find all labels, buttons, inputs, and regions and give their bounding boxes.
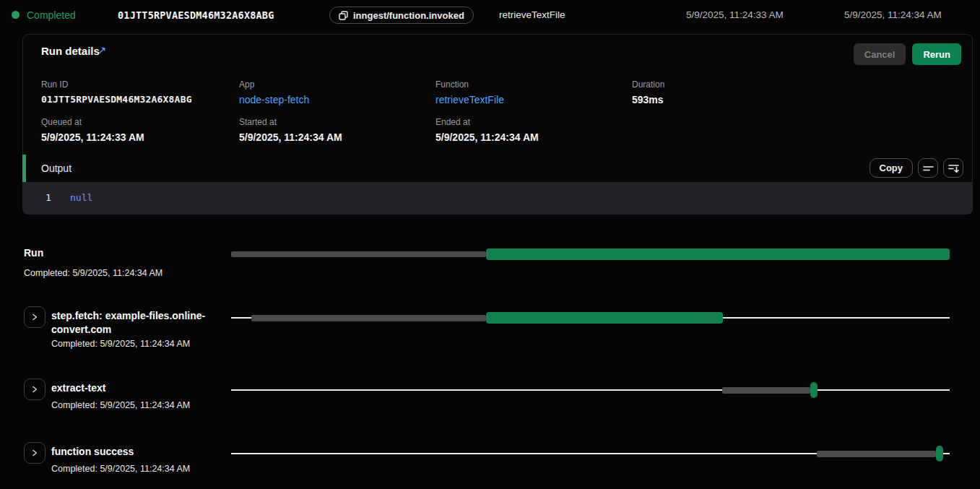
run-segment[interactable] <box>810 382 818 398</box>
expand-step-button[interactable] <box>24 378 45 400</box>
run-summary-bar: Completed 01JTT5RPVAESDM46M32A6X8ABG inn… <box>0 0 980 30</box>
output-actions: Copy <box>870 158 964 178</box>
field-label: Duration <box>632 79 821 90</box>
function-link[interactable]: retrieveTextFile <box>435 94 625 105</box>
field-queued-at: Queued at 5/9/2025, 11:24:33 AM <box>41 117 230 143</box>
timeline-row-text: extract-text Completed: 5/9/2025, 11:24:… <box>51 381 217 410</box>
rerun-button[interactable]: Rerun <box>912 43 961 65</box>
wrap-lines-icon <box>923 163 934 173</box>
copy-output-button[interactable]: Copy <box>870 158 914 178</box>
copy-icon <box>339 11 348 20</box>
field-value: 593ms <box>632 94 821 105</box>
output-accent-bar <box>22 155 26 182</box>
code-line-content: null <box>70 192 92 203</box>
panel-actions: Cancel Rerun <box>854 43 961 65</box>
queue-segment[interactable] <box>817 451 936 457</box>
queue-segment[interactable] <box>231 251 486 257</box>
field-duration: Duration 593ms <box>632 79 821 105</box>
field-value: 5/9/2025, 11:24:33 AM <box>41 131 230 143</box>
run-segment[interactable] <box>936 446 943 462</box>
timeline-track <box>231 378 950 402</box>
run-id: 01JTT5RPVAESDM46M32A6X8ABG <box>118 9 274 21</box>
expand-step-button[interactable] <box>24 306 45 328</box>
field-value: 5/9/2025, 11:24:34 AM <box>239 131 428 143</box>
timeline-row-label: step.fetch: example-files.online-convert… <box>51 309 217 337</box>
scroll-to-bottom-icon <box>948 163 959 173</box>
timeline-track <box>231 306 950 329</box>
chevron-right-icon <box>30 449 39 457</box>
timeline-row-step-fetch: step.fetch: example-files.online-convert… <box>0 306 980 364</box>
chevron-right-icon <box>30 313 39 321</box>
timeline-row-completed: Completed: 5/9/2025, 11:24:34 AM <box>24 268 226 278</box>
timeline-row-label: extract-text <box>51 381 217 395</box>
field-label: Started at <box>239 117 428 127</box>
output-code-block: 1 null <box>22 182 973 215</box>
run-segment[interactable] <box>486 248 950 260</box>
field-label: Ended at <box>435 117 625 127</box>
queue-segment[interactable] <box>251 315 486 321</box>
timeline-row-completed: Completed: 5/9/2025, 11:24:34 AM <box>51 400 217 410</box>
status-dot <box>12 11 19 19</box>
timeline-track <box>231 243 950 266</box>
output-section: Output Copy <box>23 155 972 214</box>
scroll-to-bottom-button[interactable] <box>943 158 963 178</box>
timeline-row-label: Run <box>24 246 226 260</box>
run-status: Completed <box>27 9 76 21</box>
run-details-panel: Run details ↗ Cancel Rerun Run ID 01JTT5… <box>22 34 973 214</box>
timeline-row-text: Run Completed: 5/9/2025, 11:24:34 AM <box>24 246 226 278</box>
timeline-row-function-success: function success Completed: 5/9/2025, 11… <box>0 442 980 489</box>
field-label: App <box>239 79 428 90</box>
queued-at-time: 5/9/2025, 11:24:33 AM <box>686 9 784 20</box>
wrap-lines-button[interactable] <box>918 158 938 178</box>
cancel-button[interactable]: Cancel <box>854 43 906 65</box>
field-started-at: Started at 5/9/2025, 11:24:34 AM <box>239 117 428 143</box>
timeline-row-text: function success Completed: 5/9/2025, 11… <box>51 445 217 474</box>
output-title: Output <box>41 163 71 174</box>
run-segment[interactable] <box>486 312 722 324</box>
function-name: retrieveTextFile <box>499 9 565 20</box>
timeline-row-label: function success <box>51 445 217 459</box>
field-app: App node-step-fetch <box>239 79 428 105</box>
started-at-time: 5/9/2025, 11:24:34 AM <box>844 9 942 20</box>
track-baseline <box>231 389 950 391</box>
field-value: 5/9/2025, 11:24:34 AM <box>435 131 625 143</box>
queue-segment[interactable] <box>722 387 810 394</box>
timeline-row-text: step.fetch: example-files.online-convert… <box>51 309 217 349</box>
field-run-id: Run ID 01JTT5RPVAESDM46M32A6X8ABG <box>41 79 230 105</box>
field-function: Function retrieveTextFile <box>435 79 625 105</box>
timeline-row-completed: Completed: 5/9/2025, 11:24:34 AM <box>51 464 217 474</box>
run-detail-page: Completed 01JTT5RPVAESDM46M32A6X8ABG inn… <box>0 0 980 489</box>
field-label: Function <box>435 79 625 90</box>
timeline-row-run: Run Completed: 5/9/2025, 11:24:34 AM <box>0 243 980 300</box>
external-link-icon[interactable]: ↗ <box>97 44 107 57</box>
field-label: Queued at <box>41 117 230 127</box>
panel-title: Run details <box>41 45 100 57</box>
timeline-row-extract-text: extract-text Completed: 5/9/2025, 11:24:… <box>0 378 980 436</box>
timeline-track <box>231 442 950 465</box>
expand-step-button[interactable] <box>24 442 45 464</box>
field-label: Run ID <box>41 79 230 90</box>
timeline-row-completed: Completed: 5/9/2025, 11:24:34 AM <box>51 339 217 349</box>
event-badge-label: inngest/function.invoked <box>353 10 464 21</box>
field-value: 01JTT5RPVAESDM46M32A6X8ABG <box>41 94 230 105</box>
app-link[interactable]: node-step-fetch <box>239 94 428 105</box>
code-line-number: 1 <box>45 192 51 203</box>
field-ended-at: Ended at 5/9/2025, 11:24:34 AM <box>435 117 625 143</box>
chevron-right-icon <box>30 385 39 394</box>
event-badge[interactable]: inngest/function.invoked <box>329 7 474 24</box>
